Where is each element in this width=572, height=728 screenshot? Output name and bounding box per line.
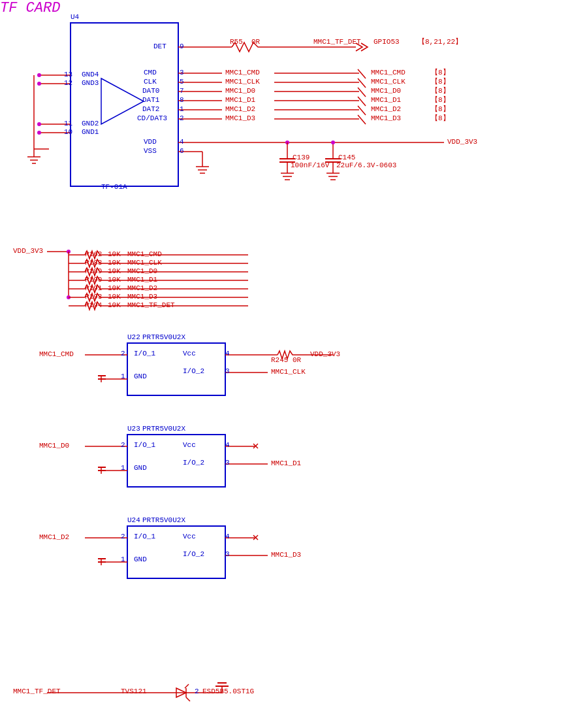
r191-value: 10K <box>108 284 121 293</box>
u24-io2: I/O_2 <box>183 550 204 559</box>
svg-marker-112 <box>176 688 186 697</box>
pin6: 6 <box>180 147 184 156</box>
pu-mmc1-d2: MMC1_D2 <box>127 284 157 293</box>
u22-io2: I/O_2 <box>183 367 204 376</box>
svg-line-37 <box>358 97 366 106</box>
pin5: 5 <box>180 78 184 86</box>
svg-line-36 <box>358 88 366 97</box>
u23-gnd: GND <box>134 464 147 472</box>
svg-point-42 <box>285 141 289 144</box>
mmc1-d3-net1: MMC1_D3 <box>225 114 255 123</box>
r189-label: R189 <box>85 267 102 276</box>
pu-mmc1-clk: MMC1_CLK <box>127 259 162 267</box>
tvs-mmc1-tf-det: MMC1_TF_DET <box>13 687 61 696</box>
r194-label: R194 <box>85 301 102 310</box>
pin13: 13 <box>64 71 72 79</box>
u23-io2: I/O_2 <box>183 459 204 467</box>
mmc1-cmd-bus: MMC1_CMD <box>371 69 405 77</box>
r194-value: 10K <box>108 301 121 310</box>
u23-mmc1-d0-in: MMC1_D0 <box>39 442 69 450</box>
r188-label: R188 <box>85 259 102 267</box>
pin2: 2 <box>180 114 184 123</box>
svg-line-114 <box>185 684 189 688</box>
ann-8-cmd: 【8】 <box>431 69 450 77</box>
u23-vcc: Vcc <box>183 441 196 450</box>
u22-gnd: GND <box>134 372 147 381</box>
u23-pin3: 3 <box>225 459 230 467</box>
u22-io1: I/O_1 <box>134 350 155 358</box>
mmc1-clk-net1: MMC1_CLK <box>225 78 260 86</box>
u23-label: U23 <box>127 425 140 433</box>
svg-point-63 <box>67 250 71 254</box>
u23-pin1: 1 <box>121 464 125 472</box>
mmc1-d2-bus: MMC1_D2 <box>371 105 401 114</box>
svg-line-34 <box>358 69 366 78</box>
u23-io1: I/O_1 <box>134 441 155 450</box>
u4-gnd2-pin: GND2 <box>82 120 99 128</box>
tvs121-pin2: 2 <box>195 687 199 696</box>
u4-det-pin: DET <box>153 42 167 51</box>
r191-label: R191 <box>85 284 102 293</box>
r55-value: 0R <box>251 38 260 46</box>
pin10: 10 <box>64 128 72 137</box>
u4-label: U4 <box>71 13 79 22</box>
u24-pin4: 4 <box>225 533 230 541</box>
u4-cddat3-pin: CD/DAT3 <box>137 114 167 123</box>
u24-type: PRTR5V0U2X <box>142 516 185 525</box>
svg-point-51 <box>331 141 335 144</box>
u24-vcc: Vcc <box>183 533 196 541</box>
u4-gnd1-pin: GND1 <box>82 128 99 137</box>
pu-mmc1-d0: MMC1_D0 <box>127 267 157 276</box>
u24-label: U24 <box>127 516 140 525</box>
pin8: 8 <box>180 96 184 105</box>
svg-line-39 <box>358 115 366 124</box>
gpio53-label: GPIO53 <box>373 38 400 46</box>
mmc1-d0-net1: MMC1_D0 <box>225 87 255 95</box>
pin1: 1 <box>180 105 184 114</box>
u22-pin2: 2 <box>121 350 125 358</box>
u4-vdd-pin: VDD <box>144 138 157 146</box>
pu-mmc1-tf-det: MMC1_TF_DET <box>127 301 175 310</box>
svg-line-115 <box>186 697 190 701</box>
u24-mmc1-d2-in: MMC1_D2 <box>39 533 69 542</box>
mmc1-tf-det-net: MMC1_TF_DET <box>313 38 361 46</box>
u4-gnd3-pin: GND3 <box>82 79 99 88</box>
u22-pin4: 4 <box>225 350 230 358</box>
u24-mmc1-d3-out: MMC1_D3 <box>271 551 301 559</box>
svg-line-38 <box>358 106 366 115</box>
tf-card-label: TF CARD <box>0 0 572 16</box>
u24-pin3: 3 <box>225 550 230 559</box>
u22-pin3: 3 <box>225 367 230 376</box>
u24-pin2: 2 <box>121 533 125 541</box>
pin12: 12 <box>64 79 72 88</box>
pin3: 3 <box>180 69 184 77</box>
ann-8-d3: 【8】 <box>431 114 450 123</box>
u22-vcc: Vcc <box>183 350 196 358</box>
pu-mmc1-d3: MMC1_D3 <box>127 293 157 301</box>
svg-point-70 <box>67 295 71 299</box>
u4-cmd-pin: CMD <box>144 69 157 77</box>
pin4: 4 <box>180 138 184 146</box>
mmc1-d3-bus: MMC1_D3 <box>371 114 401 123</box>
u22-type: PRTR5V0U2X <box>142 333 185 342</box>
svg-point-14 <box>37 122 41 126</box>
u22-label: U22 <box>127 333 140 342</box>
u4-dat1-pin: DAT1 <box>142 96 159 105</box>
u23-type: PRTR5V0U2X <box>142 425 185 433</box>
u22-mmc1-cmd-in: MMC1_CMD <box>39 350 74 359</box>
pin7: 7 <box>180 87 184 95</box>
u4-dat0-pin: DAT0 <box>142 87 159 95</box>
u4-vss-pin: VSS <box>144 147 157 156</box>
pin11: 11 <box>64 120 72 128</box>
u24-gnd: GND <box>134 555 147 564</box>
vdd-3v3-pulup: VDD_3V3 <box>13 247 43 256</box>
u22-mmc1-clk-out: MMC1_CLK <box>271 368 306 376</box>
svg-line-35 <box>358 78 366 88</box>
svg-point-13 <box>37 82 41 86</box>
u24-pin1: 1 <box>121 555 125 564</box>
u22-pin1: 1 <box>121 372 125 381</box>
svg-line-108 <box>253 535 258 540</box>
mmc1-d2-net1: MMC1_D2 <box>225 105 255 114</box>
svg-line-98 <box>253 444 258 448</box>
mmc1-d0-bus: MMC1_D0 <box>371 87 401 95</box>
